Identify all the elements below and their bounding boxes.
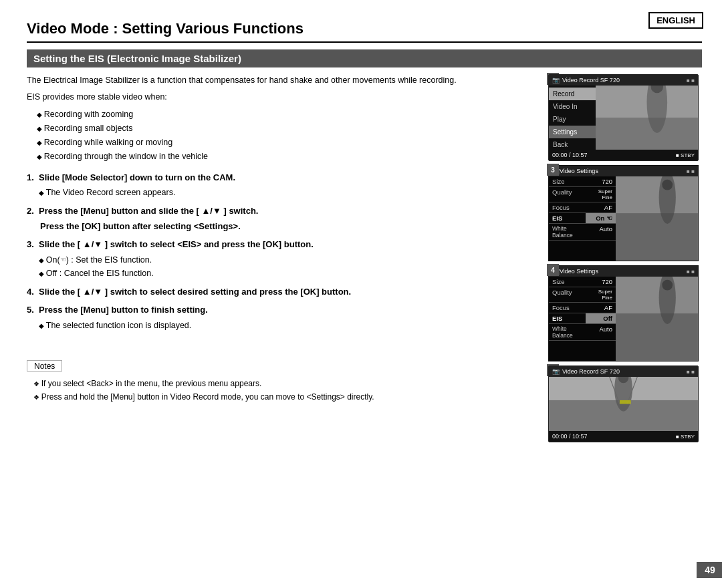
label-quality-4: Quality (549, 287, 586, 302)
label-eis-4: EIS (549, 313, 586, 323)
cam-time-2: 00:00 / 10:57 (552, 152, 588, 158)
video-settings-panel-4: 📷 Video Settings ■ ■ Size 720 Quality (548, 265, 699, 361)
settings-body-4: Size 720 Quality Super Fine Focus AF (549, 277, 698, 361)
cam-time-5: 00:00 / 10:57 (552, 433, 588, 440)
cam-menu-2: Record Video In Play Settings Back (549, 86, 596, 150)
cam-footer-5: 00:00 / 10:57 ■ STBY (549, 431, 698, 442)
language-badge: ENGLISH (648, 12, 703, 29)
label-size-3: Size (549, 176, 586, 186)
step-1-main: 1. Slide [Mode Selector] down to turn on… (27, 171, 535, 184)
value-wb-4: Auto (586, 324, 616, 340)
step-3-sub-1: Off : Cancel the EIS function. (39, 267, 535, 280)
step-3: 3. Slide the [ ▲/▼ ] switch to select <E… (27, 238, 535, 280)
notes-item-1: Press and hold the [Menu] button in Vide… (33, 390, 535, 404)
cam-body-5 (549, 377, 698, 431)
intro-line2: EIS provides more stable video when: (27, 91, 535, 104)
value-focus-3: AF (586, 202, 616, 212)
value-quality-3: Super Fine (586, 187, 616, 202)
svg-rect-19 (620, 400, 631, 404)
settings-header-text-4: Video Settings (560, 268, 598, 275)
cam-stby-2: ■ STBY (676, 152, 695, 158)
left-column: The Electrical Image Stabilizer is a fun… (27, 74, 535, 442)
row-size-3: Size 720 (549, 176, 616, 187)
step-4: 4. Slide the [ ▲/▼ ] switch to select de… (27, 285, 535, 299)
cam-header-text-5: Video Record SF 720 (562, 368, 620, 375)
svg-point-7 (662, 180, 673, 190)
cam-panel-5: 5 📷 Video Record SF 720 ■ ■ (548, 365, 702, 442)
settings-header-3: 📷 Video Settings ■ ■ (549, 166, 698, 176)
content-area: The Electrical Image Stabilizer is a fun… (27, 74, 702, 442)
value-quality-4: Super Fine (586, 287, 616, 302)
value-eis-3: On ☜ (586, 213, 616, 223)
intro-line1: The Electrical Image Stabilizer is a fun… (27, 74, 535, 87)
menu-video-in: Video In (549, 100, 596, 113)
settings-table-4: Size 720 Quality Super Fine Focus AF (549, 277, 616, 361)
page-number: 49 (697, 562, 722, 578)
row-wb-4: White Balance Auto (549, 324, 616, 341)
panel-3-step-num: 3 (547, 164, 559, 176)
bullet-list: Recording with zooming Recording small o… (37, 108, 535, 164)
cam-header-text: Video Record SF 720 (562, 77, 620, 84)
cam-photo-2 (596, 86, 698, 150)
cam-panel-2: 2 📷 Video Record SF 720 ■ ■ Record Video… (548, 74, 702, 161)
notes-area: Notes If you select <Back> in the menu, … (27, 352, 535, 404)
bullet-item: Recording small objects (37, 122, 535, 136)
label-wb-4: White Balance (549, 324, 586, 340)
bullet-item: Recording through the window in the vehi… (37, 150, 535, 164)
step-3-sub-0: On(☜) : Set the EIS function. (39, 253, 535, 267)
notes-label: Notes (27, 359, 62, 373)
svg-point-11 (662, 280, 673, 291)
cam-header-5: 📷 Video Record SF 720 ■ ■ (549, 366, 698, 377)
row-wb-3: White Balance Auto (549, 224, 616, 241)
menu-record: Record (549, 88, 596, 100)
row-eis-4: EIS Off (549, 313, 616, 324)
step-5-main: 5. Press the [Menu] button to finish set… (27, 303, 535, 317)
row-eis-3: EIS On ☜ (549, 213, 616, 224)
step-5-sub: The selected function icon is displayed. (39, 319, 535, 332)
settings-header-4: 📷 Video Settings ■ ■ (549, 266, 698, 277)
step-2-main2: Press the [OK] button after selecting <S… (40, 220, 535, 233)
page-title: Video Mode : Setting Various Functions (27, 20, 702, 43)
settings-table-3: Size 720 Quality Super Fine Focus AF (549, 176, 616, 261)
svg-rect-1 (596, 118, 698, 150)
cam-panel-4: 4 📷 Video Settings ■ ■ Size 720 (548, 265, 702, 361)
settings-body-3: Size 720 Quality Super Fine Focus AF (549, 176, 698, 261)
label-wb-3: White Balance (549, 224, 586, 240)
label-quality-3: Quality (549, 187, 586, 202)
value-size-4: 720 (586, 277, 616, 287)
settings-photo-3 (616, 176, 698, 261)
cam-photo-5 (549, 377, 698, 431)
value-eis-4: Off (586, 313, 616, 323)
cam-icon: 📷 (552, 77, 560, 84)
label-eis-3: EIS (549, 213, 586, 223)
step-1: 1. Slide [Mode Selector] down to turn on… (27, 171, 535, 200)
step-3-main: 3. Slide the [ ▲/▼ ] switch to select <E… (27, 238, 535, 251)
bullet-item: Recording while walking or moving (37, 136, 535, 150)
cam-body-2: Record Video In Play Settings Back (549, 86, 698, 150)
video-settings-panel-3: 📷 Video Settings ■ ■ Size 720 Quality (548, 165, 699, 261)
settings-header-text-3: Video Settings (560, 168, 598, 174)
row-size-4: Size 720 (549, 277, 616, 287)
value-size-3: 720 (586, 176, 616, 186)
section-header: Setting the EIS (Electronic Image Stabil… (27, 49, 702, 67)
value-focus-4: AF (586, 303, 616, 313)
cam-icon-5: 📷 (552, 368, 560, 375)
svg-rect-5 (616, 213, 698, 261)
notes-box: Notes (27, 360, 62, 372)
right-column: 2 📷 Video Record SF 720 ■ ■ Record Video… (548, 74, 702, 442)
menu-back: Back (549, 138, 596, 151)
video-record-panel-5: 📷 Video Record SF 720 ■ ■ (548, 365, 699, 442)
step-4-main: 4. Slide the [ ▲/▼ ] switch to select de… (27, 285, 535, 299)
video-record-panel: 📷 Video Record SF 720 ■ ■ Record Video I… (548, 74, 699, 161)
menu-settings: Settings (549, 126, 596, 138)
step-2-main1: 2. Press the [Menu] button and slide the… (27, 204, 535, 218)
page-container: ENGLISH Video Mode : Setting Various Fun… (0, 0, 722, 588)
label-focus-3: Focus (549, 202, 586, 212)
panel-4-step-num: 4 (547, 264, 559, 276)
bullet-item: Recording with zooming (37, 108, 535, 122)
value-wb-3: Auto (586, 224, 616, 240)
cam-header-2: 📷 Video Record SF 720 ■ ■ (549, 75, 698, 86)
menu-play: Play (549, 113, 596, 126)
step-5: 5. Press the [Menu] button to finish set… (27, 303, 535, 332)
step-2: 2. Press the [Menu] button and slide the… (27, 204, 535, 233)
